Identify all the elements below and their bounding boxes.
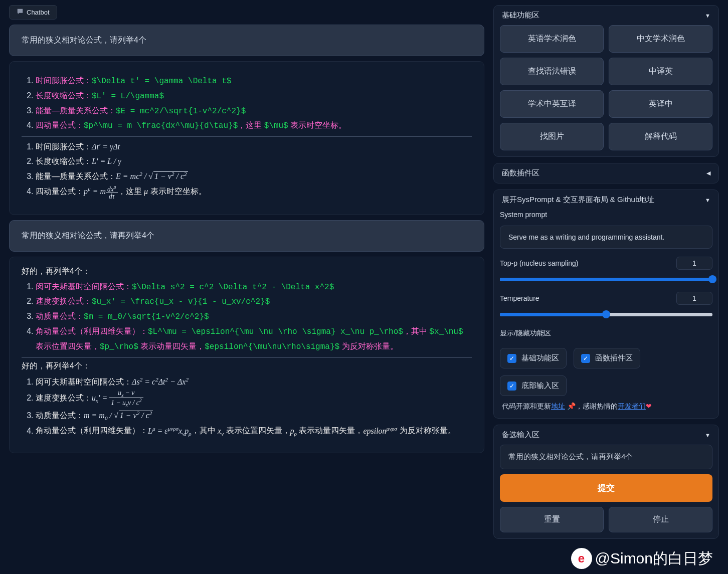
tab-chatbot[interactable]: Chatbot (9, 5, 57, 20)
list-item: 角动量公式（利用四维矢量）：Lμ = εμνρσxνpρ，其中 xν 表示位置四… (36, 423, 472, 439)
panel-sysprompt: 展开SysPrompt & 交互界面布局 & Github地址 ▼ System… (493, 189, 719, 419)
action-button[interactable]: 英语学术润色 (500, 25, 604, 53)
action-button[interactable]: 解释代码 (609, 123, 712, 150)
panel-basic: 基础功能区 ▼ 英语学术润色中文学术润色查找语法错误中译英学术中英互译英译中找图… (493, 5, 719, 157)
topp-slider[interactable] (500, 275, 712, 284)
sysprompt-input[interactable]: Serve me as a writing and programming as… (500, 226, 712, 249)
action-button[interactable]: 学术中英互译 (500, 90, 604, 118)
panel-func-plugin: 函数插件区 ◀ (493, 163, 719, 183)
list-item: 速度变换公式：$u_x' = \frac{u_x - v}{1 - u_xv/c… (36, 294, 472, 309)
reset-button[interactable]: 重置 (500, 507, 604, 532)
stop-button[interactable]: 停止 (609, 507, 712, 532)
checkbox-icon: ✓ (581, 354, 590, 363)
bot1-raw-list: 时间膨胀公式：$\Delta t' = \gamma \Delta t$长度收缩… (36, 74, 472, 133)
divider (22, 136, 472, 137)
checkbox-item[interactable]: ✓函数插件区 (574, 348, 640, 368)
bot2-rendered-list: 闵可夫斯基时空间隔公式：Δs2 = c2Δt2 − Δx2速度变换公式：ux′ … (36, 374, 472, 439)
toggle-title: 显示/隐藏功能区 (500, 329, 712, 338)
chevron-down-icon: ▼ (705, 197, 710, 203)
list-item: 角动量公式（利用四维矢量）：$L^\mu = \epsilon^{\mu \nu… (36, 324, 472, 354)
list-item: 能量—质量关系公式：E = mc2 / 1 − v2 / c2 (36, 169, 472, 184)
credits: 代码开源和更新地址 📌，感谢热情的开发者们❤ (500, 401, 712, 412)
sysprompt-label: System prompt (500, 211, 712, 219)
bot2-intro: 好的，再列举4个： (22, 266, 472, 277)
temp-slider[interactable] (500, 310, 712, 319)
temp-label: Temperature (500, 294, 539, 302)
checkbox-item[interactable]: ✓基础功能区 (500, 348, 567, 368)
list-item: 四动量公式：$p^\mu = m \frac{dx^\mu}{d\tau}$，这… (36, 118, 472, 133)
list-item: 动质量公式：$m = m_0/\sqrt{1-v^2/c^2}$ (36, 309, 472, 324)
action-button[interactable]: 英译中 (609, 90, 712, 118)
devs-link[interactable]: 开发者们 (618, 402, 646, 410)
checkbox-item[interactable]: ✓底部输入区 (500, 375, 567, 396)
heart-icon: ❤ (646, 402, 652, 410)
topp-value[interactable]: 1 (676, 257, 712, 270)
submit-button[interactable]: 提交 (500, 474, 712, 502)
action-button[interactable]: 找图片 (500, 123, 604, 150)
pin-icon: 📌 (567, 402, 576, 410)
alt-input-field[interactable]: 常用的狭义相对论公式，请再列举4个 (500, 445, 712, 469)
list-item: 时间膨胀公式：Δt′ = γΔt (36, 140, 472, 154)
chat-icon (17, 8, 24, 17)
bot2-raw-list: 闵可夫斯基时空间隔公式：$\Delta s^2 = c^2 \Delta t^2… (36, 280, 472, 354)
action-button[interactable]: 查找语法错误 (500, 58, 604, 85)
bot-message-2: 好的，再列举4个： 闵可夫斯基时空间隔公式：$\Delta s^2 = c^2 … (9, 257, 484, 453)
checkbox-icon: ✓ (507, 354, 516, 363)
source-link[interactable]: 地址 (551, 402, 565, 410)
list-item: 长度收缩公式：L′ = L / γ (36, 154, 472, 169)
checkbox-icon: ✓ (507, 381, 516, 391)
action-button[interactable]: 中文学术润色 (609, 25, 712, 53)
action-button[interactable]: 中译英 (609, 58, 712, 85)
tab-label: Chatbot (27, 9, 50, 16)
list-item: 闵可夫斯基时空间隔公式：$\Delta s^2 = c^2 \Delta t^2… (36, 280, 472, 295)
divider (22, 357, 472, 358)
list-item: 能量—质量关系公式：$E = mc^2/\sqrt{1-v^2/c^2}$ (36, 104, 472, 119)
user-message-2: 常用的狭义相对论公式，请再列举4个 (9, 220, 484, 252)
list-item: 长度收缩公式：$L' = L/\gamma$ (36, 89, 472, 104)
list-item: 闵可夫斯基时空间隔公式：Δs2 = c2Δt2 − Δx2 (36, 374, 472, 390)
panel-alt-head[interactable]: 备选输入区 ▼ (494, 425, 718, 445)
panel-basic-head[interactable]: 基础功能区 ▼ (494, 6, 718, 25)
panel-func-head[interactable]: 函数插件区 ◀ (494, 163, 718, 183)
list-item: 四动量公式：pμ = mdxμdτ，这里 μ 表示时空坐标。 (36, 184, 472, 201)
chevron-left-icon: ◀ (706, 170, 710, 176)
list-item: 动质量公式：m = m0 / 1 − v2 / c2 (36, 408, 472, 424)
bot1-rendered-list: 时间膨胀公式：Δt′ = γΔt长度收缩公式：L′ = L / γ能量—质量关系… (36, 140, 472, 200)
chevron-down-icon: ▼ (705, 432, 710, 438)
chevron-down-icon: ▼ (705, 13, 710, 19)
user-message-1: 常用的狭义相对论公式，请列举4个 (9, 25, 484, 56)
temp-value[interactable]: 1 (676, 292, 712, 305)
topp-label: Top-p (nucleus sampling) (500, 259, 578, 267)
panel-alt-input: 备选输入区 ▼ 常用的狭义相对论公式，请再列举4个 提交 重置 停止 (493, 425, 719, 539)
bot-message-1: 时间膨胀公式：$\Delta t' = \gamma \Delta t$长度收缩… (9, 61, 484, 215)
bot2-intro2: 好的，再列举4个： (22, 361, 472, 371)
panel-sys-head[interactable]: 展开SysPrompt & 交互界面布局 & Github地址 ▼ (494, 190, 718, 210)
list-item: 速度变换公式：ux′ = ux − v1 − uxv / c2 (36, 390, 472, 408)
list-item: 时间膨胀公式：$\Delta t' = \gamma \Delta t$ (36, 74, 472, 89)
